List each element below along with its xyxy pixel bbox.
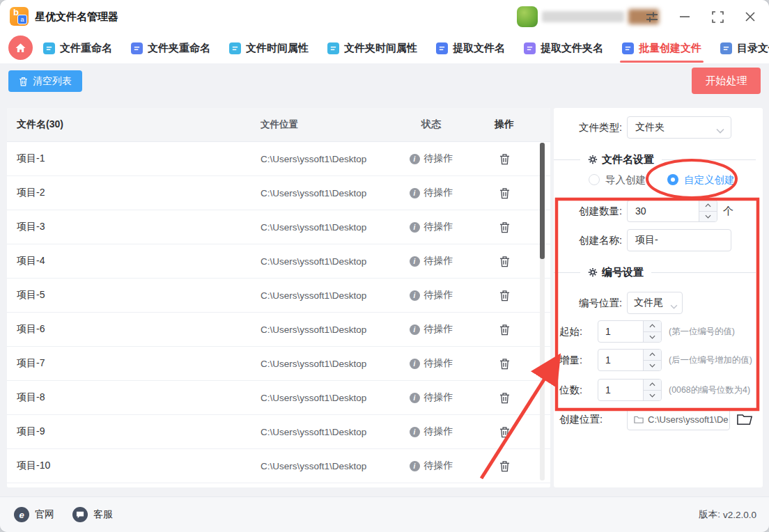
- spinner-down-icon[interactable]: [644, 361, 661, 371]
- settings-sliders-icon[interactable]: [644, 9, 660, 24]
- info-icon: i: [410, 154, 420, 164]
- tab-document-icon: [524, 42, 536, 54]
- row-filepath: C:\Users\yssoft1\Desktop: [261, 290, 389, 301]
- delete-row-icon[interactable]: [499, 426, 510, 438]
- digits-spinner: [643, 380, 661, 400]
- delete-row-icon[interactable]: [499, 221, 510, 233]
- logo-letter-a: a: [17, 15, 27, 24]
- file-type-label: 文件类型:: [554, 116, 622, 139]
- delete-row-icon[interactable]: [499, 153, 510, 165]
- start-process-button[interactable]: 开始处理: [692, 68, 761, 94]
- tab-label: 文件夹时间属性: [344, 42, 417, 55]
- row-filepath: C:\Users\yssoft1\Desktop: [261, 427, 389, 437]
- row-status: i 待操作: [389, 152, 473, 165]
- tab-label: 文件夹重命名: [148, 42, 210, 55]
- row-status-text: 待操作: [424, 425, 453, 438]
- tab-label: 目录文件合并/提取: [737, 42, 769, 55]
- support-link[interactable]: 客服: [72, 497, 113, 532]
- tab-batch-create[interactable]: 批量创建文件: [622, 33, 701, 63]
- tab-document-icon: [720, 42, 732, 54]
- create-count-input[interactable]: 30: [627, 200, 717, 222]
- row-actions: [473, 187, 536, 199]
- row-filepath: C:\Users\yssoft1\Desktop: [261, 256, 389, 267]
- start-number-input[interactable]: 1: [598, 320, 662, 343]
- row-filename: 项目-7: [7, 357, 261, 370]
- increment-label: 增量:: [559, 349, 582, 371]
- radio-custom-label[interactable]: 自定义创建: [684, 172, 735, 187]
- delete-row-icon[interactable]: [499, 256, 510, 267]
- info-icon: i: [410, 256, 420, 267]
- minimize-icon[interactable]: [677, 9, 692, 24]
- spinner-up-icon[interactable]: [699, 201, 717, 212]
- create-name-input[interactable]: 项目-: [627, 229, 731, 251]
- digits-row: 位数: 1 (0068的编号位数为4): [554, 379, 763, 401]
- version-value: v2.2.0.0: [723, 510, 756, 520]
- browse-folder-icon[interactable]: [736, 410, 754, 428]
- table-header: 文件名(30) 文件位置 状态 操作: [7, 108, 550, 142]
- delete-row-icon[interactable]: [499, 392, 510, 404]
- file-table: 文件名(30) 文件位置 状态 操作 项目-1 C:\Users\yssoft1…: [7, 108, 550, 487]
- number-position-select[interactable]: 文件尾: [627, 292, 683, 314]
- website-link[interactable]: e 官网: [14, 497, 54, 532]
- digits-input[interactable]: 1: [598, 379, 662, 401]
- radio-import-label[interactable]: 导入创建: [605, 172, 646, 187]
- number-position-label: 编号位置:: [554, 292, 622, 314]
- spinner-up-icon[interactable]: [644, 350, 661, 361]
- table-scrollbar-thumb[interactable]: [540, 143, 545, 259]
- table-row: 项目-8 C:\Users\yssoft1\Desktop i 待操作: [7, 381, 550, 415]
- start-number-spinner: [643, 321, 661, 342]
- create-location-input[interactable]: C:\Users\yssoft1\De: [627, 408, 730, 430]
- delete-row-icon[interactable]: [499, 358, 510, 370]
- info-icon: i: [410, 324, 420, 335]
- home-button[interactable]: [8, 36, 33, 60]
- clear-list-label: 清空列表: [33, 75, 72, 88]
- user-account-area[interactable]: [517, 6, 659, 27]
- row-status-text: 待操作: [424, 289, 453, 302]
- delete-row-icon[interactable]: [499, 324, 510, 336]
- close-icon[interactable]: [743, 9, 758, 24]
- file-type-select[interactable]: 文件夹: [627, 116, 731, 139]
- spinner-up-icon[interactable]: [644, 321, 661, 332]
- row-filepath: C:\Users\yssoft1\Desktop: [261, 154, 389, 164]
- tab-file-time[interactable]: 文件时间属性: [229, 33, 309, 63]
- spinner-down-icon[interactable]: [644, 391, 661, 401]
- tab-file-rename[interactable]: 文件重命名: [43, 33, 112, 63]
- row-filename: 项目-6: [7, 323, 261, 336]
- delete-row-icon[interactable]: [499, 460, 510, 472]
- create-location-value: C:\Users\yssoft1\De: [648, 414, 729, 425]
- radio-import-create[interactable]: [589, 174, 600, 185]
- clear-list-button[interactable]: 清空列表: [8, 70, 82, 92]
- spinner-down-icon[interactable]: [699, 212, 717, 222]
- delete-row-icon[interactable]: [499, 290, 510, 302]
- table-row: 项目-1 C:\Users\yssoft1\Desktop i 待操作: [7, 142, 550, 176]
- tab-folder-rename[interactable]: 文件夹重命名: [131, 33, 210, 63]
- number-position-row: 编号位置: 文件尾: [554, 292, 763, 314]
- tab-label: 文件时间属性: [246, 42, 309, 55]
- tab-document-icon: [131, 42, 143, 54]
- radio-custom-create[interactable]: [667, 174, 678, 185]
- tab-label: 文件重命名: [60, 42, 112, 55]
- increment-hint: (后一位编号增加的值): [669, 349, 752, 371]
- table-row: 项目-3 C:\Users\yssoft1\Desktop i 待操作: [7, 210, 550, 244]
- row-actions: [473, 324, 536, 336]
- spinner-up-icon[interactable]: [644, 380, 661, 391]
- create-location-row: 创建位置: C:\Users\yssoft1\De: [554, 408, 763, 430]
- divider-line: [662, 159, 756, 160]
- tab-folder-time[interactable]: 文件夹时间属性: [327, 33, 417, 63]
- spinner-down-icon[interactable]: [644, 332, 661, 343]
- tab-merge-extract[interactable]: 目录文件合并/提取: [720, 33, 769, 63]
- maximize-icon[interactable]: [710, 9, 725, 24]
- row-actions: [473, 392, 536, 404]
- increment-row: 增量: 1 (后一位编号增加的值): [554, 349, 763, 371]
- tab-extract-filename[interactable]: 提取文件名: [436, 33, 505, 63]
- info-icon: i: [410, 461, 420, 471]
- tab-label: 批量创建文件: [639, 42, 701, 55]
- file-type-value: 文件夹: [628, 121, 665, 134]
- delete-row-icon[interactable]: [499, 187, 510, 199]
- increment-input[interactable]: 1: [598, 349, 662, 371]
- tab-extract-foldername[interactable]: 提取文件夹名: [524, 33, 603, 63]
- user-avatar[interactable]: [517, 6, 538, 27]
- support-chat-icon: [72, 507, 88, 522]
- filename-settings-divider: 文件名设置: [554, 152, 756, 166]
- row-filename: 项目-4: [7, 255, 261, 267]
